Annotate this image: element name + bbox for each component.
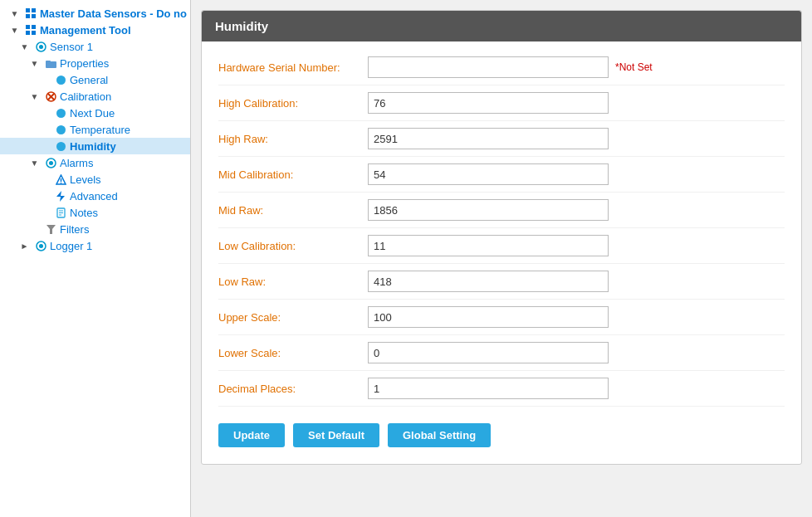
svg-rect-0 [26,8,30,12]
label-low-raw: Low Raw: [218,276,368,288]
sidebar-item-advanced[interactable]: Advanced [0,188,190,204]
label-high-calibration: High Calibration: [218,97,368,110]
input-low-raw[interactable] [368,271,609,292]
sidebar-item-next-due-label: Next Due [70,107,115,119]
level-icon [54,173,67,186]
input-mid-calibration[interactable] [368,163,609,185]
panel-header: Humidity [202,11,801,41]
field-lower-scale: Lower Scale: [218,335,785,371]
circle-blue-icon-nextdue [54,106,67,119]
input-wrap-mid-raw [368,199,785,221]
sidebar-item-levels-label: Levels [70,173,101,186]
input-high-raw[interactable] [368,128,609,149]
svg-point-31 [39,244,43,248]
input-high-calibration[interactable] [368,92,609,114]
sidebar-item-humidity[interactable]: Humidity [0,138,190,154]
circle-blue-icon-temp [54,123,67,136]
svg-point-12 [56,76,66,85]
sidebar-item-alarms[interactable]: ▼ Alarms [0,154,190,171]
sidebar-item-temperature[interactable]: Temperature [0,121,190,138]
sidebar-item-properties-label: Properties [60,57,109,70]
circle-blue-icon-general [54,73,67,86]
note-icon [54,206,67,219]
spacer5 [38,173,51,186]
input-wrap-lower-scale [368,342,785,363]
input-mid-raw[interactable] [368,199,609,221]
label-low-calibration: Low Calibration: [218,240,368,252]
folder-icon [44,56,57,70]
input-wrap-decimal-places [368,378,785,399]
expand-icon6: ▼ [28,156,42,169]
input-wrap-mid-calibration [368,163,785,185]
sidebar-item-filters-label: Filters [60,223,89,236]
sidebar-item-sensor1-label: Sensor 1 [50,41,93,53]
spacer1 [38,73,51,86]
sidebar-item-levels[interactable]: Levels [0,171,190,188]
input-hardware-serial[interactable] [368,56,609,78]
field-hardware-serial: Hardware Serial Number: *Not Set [218,50,785,85]
label-lower-scale: Lower Scale: [218,347,368,359]
field-low-raw: Low Raw: [218,264,785,300]
svg-point-18 [56,142,66,151]
input-wrap-low-calibration [368,235,785,256]
sidebar-item-management-tool[interactable]: ▼ Management Tool [0,22,190,38]
global-setting-button[interactable]: Global Setting [388,423,491,447]
update-button[interactable]: Update [218,423,285,447]
svg-rect-1 [32,8,36,12]
sidebar-item-general-label: General [70,74,108,86]
label-mid-raw: Mid Raw: [218,204,368,217]
expand-icon: ▼ [8,7,22,20]
grid-icon [24,7,37,20]
sidebar-item-notes[interactable]: Notes [0,204,190,221]
svg-rect-4 [26,25,30,29]
input-lower-scale[interactable] [368,342,609,363]
field-mid-calibration: Mid Calibration: [218,157,785,193]
sidebar-item-master-data-label: Master Data Sensors - Do no [40,7,187,20]
filter-icon [44,222,57,236]
svg-point-17 [56,125,66,134]
grid-icon2 [24,23,37,37]
input-wrap-upper-scale [368,306,785,328]
sidebar: ▼ Master Data Sensors - Do no ▼ Manageme… [0,0,191,517]
spacer3 [38,123,51,136]
sidebar-item-alarms-label: Alarms [60,157,93,169]
label-hardware-serial: Hardware Serial Number: [218,61,368,74]
panel-body: Hardware Serial Number: *Not Set High Ca… [202,41,801,464]
sidebar-item-advanced-label: Advanced [70,190,118,202]
spacer6 [38,189,51,202]
sidebar-item-logger1-label: Logger 1 [50,240,92,252]
sidebar-item-next-due[interactable]: Next Due [0,105,190,121]
svg-marker-29 [46,225,56,234]
not-set-hardware-serial: *Not Set [615,61,653,73]
gear-icon-sensor1 [34,40,47,53]
svg-rect-11 [46,61,51,63]
sidebar-item-sensor-1[interactable]: ▼ Sensor 1 [0,38,190,55]
input-upper-scale[interactable] [368,306,609,328]
sidebar-item-logger-1[interactable]: ► Logger 1 [0,237,190,254]
set-default-button[interactable]: Set Default [293,423,379,447]
sidebar-item-management-tool-label: Management Tool [40,24,131,37]
svg-rect-3 [32,14,36,18]
svg-marker-24 [56,191,65,202]
input-low-calibration[interactable] [368,235,609,256]
svg-rect-7 [32,31,36,35]
input-decimal-places[interactable] [368,378,609,399]
sidebar-item-filters[interactable]: Filters [0,221,190,237]
humidity-panel: Humidity Hardware Serial Number: *Not Se… [201,10,802,465]
svg-point-16 [56,109,66,118]
svg-point-23 [60,182,61,183]
spacer7 [38,206,51,219]
bolt-icon [54,189,67,202]
sidebar-item-general[interactable]: General [0,71,190,88]
input-wrap-high-calibration [368,92,785,114]
expand-icon5: ▼ [28,90,42,103]
sidebar-item-notes-label: Notes [70,207,98,219]
main-content: Humidity Hardware Serial Number: *Not Se… [191,0,812,517]
sidebar-item-master-data[interactable]: ▼ Master Data Sensors - Do no [0,5,190,22]
expand-icon7: ► [18,239,32,252]
field-upper-scale: Upper Scale: [218,300,785,335]
sidebar-item-properties[interactable]: ▼ Properties [0,55,190,71]
spacer2 [38,106,51,119]
svg-point-9 [39,45,43,49]
sidebar-item-calibration[interactable]: ▼ Calibration [0,88,190,105]
